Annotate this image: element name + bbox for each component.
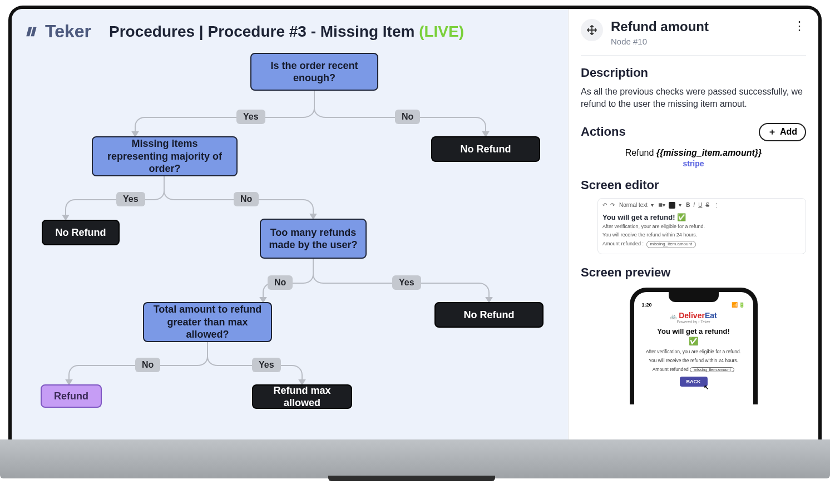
- description-heading: Description: [581, 66, 806, 80]
- flow-node-no-refund-1[interactable]: No Refund: [431, 136, 540, 162]
- flow-label-no: No: [234, 192, 259, 206]
- flow-canvas-area: Teker Procedures | Procedure #3 - Missin…: [12, 9, 568, 439]
- more-menu-icon[interactable]: ⋮: [793, 19, 806, 33]
- flow-node-order-recent[interactable]: Is the order recent enough?: [250, 53, 378, 91]
- phone-var-chip: missing_item.amount: [690, 367, 734, 372]
- color-swatch[interactable]: [669, 202, 675, 209]
- phone-line2: You will receive the refund within 24 ho…: [640, 358, 748, 363]
- flow-node-no-refund-2[interactable]: No Refund: [42, 220, 120, 245]
- screen-editor[interactable]: ↶ ↷ Normal text▾ ≣▾ ▾ B I U S ⋮: [597, 198, 806, 254]
- svg-rect-0: [26, 27, 32, 36]
- screen-editor-heading: Screen editor: [581, 178, 806, 192]
- undo-icon[interactable]: ↶: [602, 202, 607, 208]
- action-line[interactable]: Refund {{missing_item.amount}}: [581, 148, 806, 158]
- monitor-stand: [328, 476, 495, 481]
- brand-name: Teker: [45, 21, 91, 42]
- phone-notch: [669, 292, 719, 302]
- editor-var-chip[interactable]: missing_item.amount: [646, 241, 696, 248]
- screen-preview-heading: Screen preview: [581, 265, 806, 280]
- editor-line3: Amount refunded : missing_item.amount: [602, 241, 801, 248]
- italic-button[interactable]: I: [693, 202, 695, 208]
- phone-heading: You will get a refund!: [640, 327, 748, 335]
- svg-marker-3: [483, 132, 488, 136]
- actions-heading: Actions: [581, 125, 626, 139]
- phone-line1: After verification, you are eligible for…: [640, 349, 748, 354]
- redo-icon[interactable]: ↷: [610, 202, 615, 208]
- flow-label-yes: Yes: [252, 358, 281, 372]
- flow-label-no: No: [268, 275, 293, 290]
- action-integration[interactable]: stripe: [581, 159, 806, 168]
- brand-logo: Teker: [25, 21, 91, 42]
- cursor-icon: ↖: [704, 384, 709, 391]
- editor-line1: After verification, your are eligible fo…: [602, 224, 801, 230]
- flow-node-majority[interactable]: Missing items representing majority of o…: [92, 136, 238, 176]
- move-icon[interactable]: [581, 19, 603, 41]
- phone-status-icons: 📶 🔋: [732, 302, 745, 308]
- monitor-base: [0, 439, 830, 478]
- page-title: Procedures | Procedure #3 - Missing Item…: [109, 23, 464, 41]
- bold-button[interactable]: B: [686, 202, 690, 208]
- description-text: As all the previous checks were passed s…: [581, 86, 806, 111]
- phone-line3: Amount refunded missing_item.amount: [640, 367, 748, 372]
- svg-marker-4: [63, 215, 68, 220]
- flow-label-no: No: [395, 110, 420, 124]
- flow-label-yes: Yes: [392, 275, 421, 290]
- flow-label-no: No: [135, 358, 160, 372]
- flow-node-total-greater-max[interactable]: Total amount to refund greater than max …: [143, 302, 272, 342]
- flow-label-yes: Yes: [236, 110, 265, 124]
- phone-preview: 1:20 📶 🔋 🚲 DeliverEat Powered by › Teker…: [630, 288, 758, 404]
- phone-back-button[interactable]: BACK ↖: [680, 377, 708, 387]
- panel-title: Refund amount: [611, 19, 785, 34]
- svg-marker-2: [132, 132, 138, 136]
- svg-marker-8: [66, 380, 72, 384]
- svg-marker-7: [486, 298, 492, 302]
- panel-subtitle: Node #10: [611, 37, 785, 46]
- phone-clock: 1:20: [642, 302, 652, 308]
- strike-button[interactable]: S: [705, 202, 709, 208]
- phone-brand: 🚲 DeliverEat: [640, 311, 748, 320]
- flow-node-refund-max[interactable]: Refund max allowed: [252, 384, 352, 409]
- plus-icon: ＋: [768, 126, 777, 138]
- list-icon[interactable]: ≣▾: [658, 202, 665, 208]
- svg-rect-1: [31, 27, 36, 36]
- flow-node-too-many-refunds[interactable]: Too many refunds made by the user?: [260, 219, 367, 259]
- editor-toolbar[interactable]: ↶ ↷ Normal text▾ ≣▾ ▾ B I U S ⋮: [602, 202, 801, 209]
- flow-canvas[interactable]: Is the order recent enough? Yes No Missi…: [25, 47, 554, 426]
- brand-chevron-icon: [25, 24, 41, 39]
- flow-node-no-refund-3[interactable]: No Refund: [434, 302, 544, 328]
- check-icon: ✅: [640, 337, 748, 345]
- add-action-button[interactable]: ＋ Add: [759, 123, 806, 141]
- flow-label-yes: Yes: [116, 192, 145, 206]
- underline-button[interactable]: U: [698, 202, 702, 208]
- flow-node-refund[interactable]: Refund: [41, 384, 102, 408]
- text-style-select[interactable]: Normal text▾: [619, 202, 654, 208]
- svg-marker-6: [260, 298, 266, 302]
- inspector-panel: Refund amount Node #10 ⋮ Description As …: [568, 9, 818, 439]
- editor-more-icon[interactable]: ⋮: [714, 202, 719, 208]
- phone-powered-by: Powered by › Teker: [640, 320, 748, 324]
- editor-heading: You will get a refund! ✅: [602, 213, 801, 221]
- svg-marker-5: [310, 214, 316, 219]
- editor-line2: You will receive the refund within 24 ho…: [602, 232, 801, 239]
